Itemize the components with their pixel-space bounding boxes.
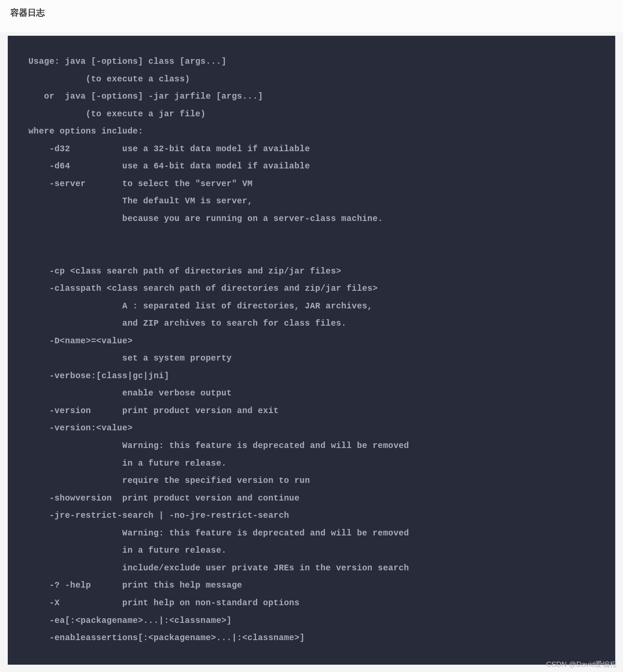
watermark-text: CSDN @David爱编程 [546, 660, 617, 665]
log-panel: Usage: java [-options] class [args...] (… [8, 36, 615, 665]
log-content: Usage: java [-options] class [args...] (… [28, 53, 595, 647]
page-title: 容器日志 [10, 7, 613, 19]
page-header: 容器日志 [0, 0, 623, 32]
